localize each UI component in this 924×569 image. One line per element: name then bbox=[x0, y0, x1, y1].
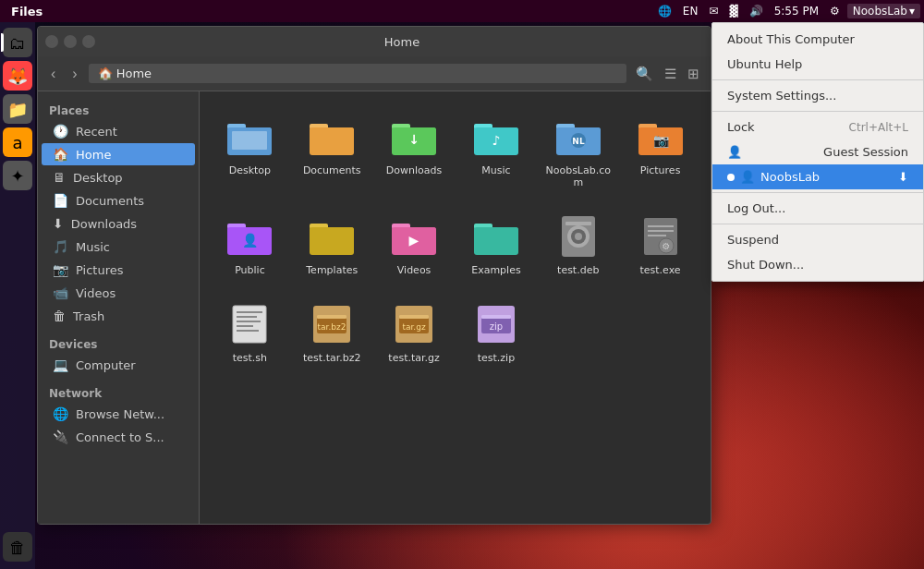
trash-icon: 🗑 bbox=[53, 309, 66, 323]
folder-public-icon: 👤 bbox=[225, 212, 274, 260]
sidebar-item-trash[interactable]: 🗑 Trash bbox=[42, 305, 195, 327]
menu-item-noobslab[interactable]: 👤 NoobsLab ⬇ bbox=[712, 164, 923, 189]
list-view-button[interactable]: ☰ bbox=[661, 62, 680, 86]
menu-separator-2 bbox=[712, 111, 923, 112]
breadcrumb[interactable]: 🏠 Home bbox=[89, 64, 626, 83]
svg-text:⚙: ⚙ bbox=[662, 241, 670, 251]
sidebar-item-documents[interactable]: 📄 Documents bbox=[42, 189, 195, 212]
file-item-test-exe[interactable]: ⚙ test.exe bbox=[624, 205, 697, 284]
back-button[interactable]: ‹ bbox=[45, 62, 61, 86]
menu-label-about: About This Computer bbox=[727, 32, 855, 46]
svg-text:▶: ▶ bbox=[409, 233, 419, 248]
file-manager-window: ✕ − □ Home ‹ › 🏠 Home 🔍 ☰ ⊞ Places 🕐 Rec… bbox=[37, 26, 711, 525]
menu-item-logout[interactable]: Log Out... bbox=[712, 196, 923, 221]
sidebar-item-pictures[interactable]: 📷 Pictures bbox=[42, 259, 195, 281]
panel-time[interactable]: 5:55 PM bbox=[771, 5, 822, 18]
file-label-test-zip: test.zip bbox=[478, 352, 515, 364]
sidebar-item-desktop[interactable]: 🖥 Desktop bbox=[42, 166, 195, 188]
sidebar: Places 🕐 Recent 🏠 Home 🖥 Desktop 📄 Docum… bbox=[38, 91, 200, 524]
sidebar-item-recent[interactable]: 🕐 Recent bbox=[42, 120, 195, 142]
sidebar-item-music[interactable]: 🎵 Music bbox=[42, 236, 195, 258]
panel-mail-icon[interactable]: ✉ bbox=[705, 5, 722, 18]
svg-text:zip: zip bbox=[490, 321, 503, 332]
sidebar-label-browse-network: Browse Netw... bbox=[76, 407, 164, 421]
sidebar-item-videos[interactable]: 📹 Videos bbox=[42, 282, 195, 304]
panel-gear-icon[interactable]: ⚙ bbox=[826, 5, 844, 18]
file-item-videos[interactable]: ▶ Videos bbox=[378, 205, 451, 284]
file-item-test-deb[interactable]: test.deb bbox=[541, 205, 614, 284]
sidebar-label-desktop: Desktop bbox=[73, 171, 123, 185]
file-label-downloads: Downloads bbox=[386, 164, 442, 176]
forward-button[interactable]: › bbox=[67, 62, 82, 86]
close-button[interactable]: ✕ bbox=[45, 35, 58, 48]
file-item-music[interactable]: ♪ Music bbox=[460, 105, 533, 196]
menu-item-suspend[interactable]: Suspend bbox=[712, 227, 923, 252]
dock-icon-1[interactable]: 🦊 bbox=[3, 61, 32, 91]
svg-rect-65 bbox=[481, 315, 511, 319]
dock-icon-2[interactable]: 📁 bbox=[3, 94, 32, 124]
search-button[interactable]: 🔍 bbox=[632, 62, 657, 86]
grid-view-button[interactable]: ⊞ bbox=[684, 62, 703, 86]
panel-battery-icon[interactable]: ▓ bbox=[725, 5, 741, 18]
minimize-button[interactable]: − bbox=[64, 35, 77, 48]
svg-rect-44 bbox=[648, 225, 674, 227]
file-item-documents[interactable]: Documents bbox=[296, 105, 369, 196]
file-label-test-tar-bz2: test.tar.bz2 bbox=[303, 352, 360, 364]
music-icon: 🎵 bbox=[53, 239, 68, 254]
menu-item-system-settings[interactable]: System Settings... bbox=[712, 83, 923, 108]
sidebar-label-pictures: Pictures bbox=[76, 263, 123, 277]
menu-item-lock[interactable]: Lock Ctrl+Alt+L bbox=[712, 115, 923, 139]
maximize-button[interactable]: □ bbox=[82, 35, 95, 48]
svg-text:👤: 👤 bbox=[242, 233, 259, 248]
file-label-test-deb: test.deb bbox=[557, 264, 599, 276]
places-header: Places bbox=[38, 101, 199, 119]
menu-item-ubuntu-help[interactable]: Ubuntu Help bbox=[712, 52, 923, 77]
panel-volume-icon[interactable]: 🔊 bbox=[746, 5, 767, 18]
panel-files-label[interactable]: Files bbox=[4, 5, 50, 18]
dock-trash-icon[interactable]: 🗑 bbox=[3, 532, 32, 562]
panel-user-button[interactable]: NoobsLab ▾ bbox=[847, 4, 920, 18]
file-label-documents: Documents bbox=[303, 164, 361, 176]
files-grid: Desktop Documents bbox=[200, 91, 711, 524]
sidebar-item-browse-network[interactable]: 🌐 Browse Netw... bbox=[42, 403, 195, 425]
sidebar-item-connect[interactable]: 🔌 Connect to S... bbox=[42, 426, 195, 448]
file-label-videos: Videos bbox=[397, 264, 432, 276]
file-item-pictures[interactable]: 📷 Pictures bbox=[624, 105, 697, 196]
titlebar: ✕ − □ Home bbox=[38, 27, 711, 56]
svg-rect-51 bbox=[237, 316, 257, 318]
dock-files-icon[interactable]: 🗂 bbox=[3, 28, 32, 57]
sidebar-item-computer[interactable]: 💻 Computer bbox=[42, 354, 195, 376]
file-item-public[interactable]: 👤 Public bbox=[213, 205, 286, 284]
menu-item-shutdown[interactable]: Shut Down... bbox=[712, 252, 923, 277]
sidebar-item-home[interactable]: 🏠 Home bbox=[42, 143, 195, 165]
downloads-icon: ⬇ bbox=[53, 216, 64, 231]
file-label-pictures: Pictures bbox=[640, 164, 681, 176]
videos-icon: 📹 bbox=[53, 285, 68, 300]
folder-pictures-icon: 📷 bbox=[637, 113, 685, 161]
file-item-templates[interactable]: Templates bbox=[296, 205, 369, 284]
file-item-downloads[interactable]: ↓ Downloads bbox=[378, 105, 451, 196]
home-icon: 🏠 bbox=[53, 147, 68, 162]
dock-icon-3[interactable]: ✦ bbox=[3, 161, 32, 190]
menu-icon-noobslab: 👤 bbox=[740, 170, 755, 184]
file-item-test-tar-gz[interactable]: tar.gz test.tar.gz bbox=[378, 293, 451, 371]
sidebar-item-downloads[interactable]: ⬇ Downloads bbox=[42, 212, 195, 235]
svg-rect-30 bbox=[310, 227, 354, 253]
file-item-test-tar-bz2[interactable]: tar.bz2 test.tar.bz2 bbox=[296, 293, 369, 371]
panel-keyboard-layout[interactable]: EN bbox=[679, 5, 702, 18]
menu-item-about[interactable]: About This Computer bbox=[712, 27, 923, 52]
menu-item-guest[interactable]: 👤 Guest Session bbox=[712, 139, 923, 164]
file-item-noobslab[interactable]: NL NoobsLab.com bbox=[541, 105, 614, 196]
svg-text:📷: 📷 bbox=[652, 133, 669, 149]
file-item-test-zip[interactable]: zip test.zip bbox=[460, 293, 533, 371]
menu-shortcut-lock: Ctrl+Alt+L bbox=[849, 121, 908, 134]
dock-amazon-icon[interactable]: a bbox=[3, 127, 32, 157]
file-item-desktop[interactable]: Desktop bbox=[213, 105, 286, 196]
tar-bz2-file-icon: tar.bz2 bbox=[308, 300, 356, 348]
svg-rect-45 bbox=[648, 230, 674, 232]
panel-globe-icon[interactable]: 🌐 bbox=[654, 5, 675, 18]
file-item-test-sh[interactable]: test.sh bbox=[213, 293, 286, 371]
devices-header: Devices bbox=[38, 334, 199, 353]
file-item-examples[interactable]: Examples bbox=[460, 205, 533, 284]
file-label-test-tar-gz: test.tar.gz bbox=[388, 352, 439, 364]
